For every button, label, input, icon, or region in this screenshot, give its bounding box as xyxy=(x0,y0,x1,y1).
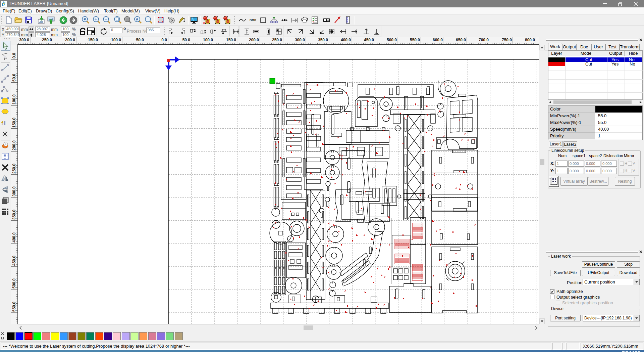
svg-text:I: I xyxy=(4,120,6,127)
svg-text:A: A xyxy=(136,17,138,21)
svg-text:A: A xyxy=(203,21,205,25)
svg-text:BMP: BMP xyxy=(250,18,256,22)
svg-text:f: f xyxy=(1,120,3,126)
